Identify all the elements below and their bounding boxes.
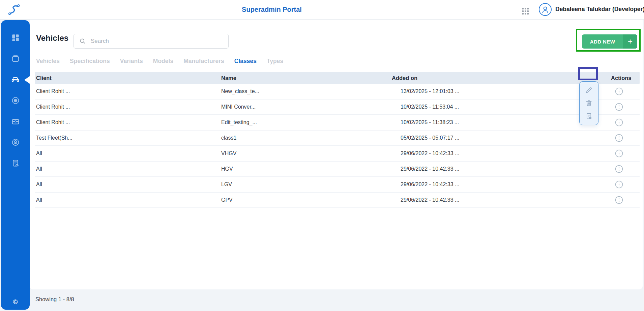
add-new-label: ADD NEW: [582, 34, 623, 49]
cell-client: Client Rohit ...: [35, 119, 220, 125]
cell-actions: [610, 87, 640, 95]
row-actions-button[interactable]: [615, 196, 623, 204]
cell-actions: [610, 118, 640, 126]
ellipsis-icon: [615, 87, 623, 95]
table-header: ClientNameAdded onActions: [35, 72, 640, 84]
ellipsis-icon: [615, 149, 623, 158]
report-eye-icon: [11, 159, 20, 168]
sidebar-item-reports[interactable]: [11, 159, 20, 168]
sidebar-item-settings[interactable]: [11, 96, 20, 105]
column-header-actions: Actions: [610, 75, 640, 81]
cell-actions: [610, 165, 640, 173]
cell-client: Client Rohit ...: [35, 88, 220, 94]
search-box: [74, 34, 229, 49]
cell-actions: [610, 134, 640, 142]
tab-classes[interactable]: Classes: [234, 58, 257, 65]
cell-name: New_class_te...: [220, 88, 390, 94]
row-actions-button[interactable]: [615, 165, 623, 173]
cell-actions: [610, 196, 640, 204]
cell-added_on: 29/06/2022 - 10:42:33 ...: [390, 181, 610, 188]
table-row: Client Rohit ...Edit_testing_...10/02/20…: [35, 115, 640, 131]
ellipsis-icon: [615, 180, 623, 189]
table-row: AllVHGV29/06/2022 - 10:42:33 ...: [35, 146, 640, 162]
tab-variants[interactable]: Variants: [120, 58, 143, 65]
pagination-summary: Showing 1 - 8/8: [35, 296, 74, 303]
cell-client: All: [35, 197, 220, 203]
cell-added_on: 10/02/2025 - 11:53:04 ...: [390, 104, 610, 110]
tab-models[interactable]: Models: [153, 58, 173, 65]
cell-added_on: 29/06/2022 - 10:42:33 ...: [390, 166, 610, 172]
row-actions-highlight-box: [578, 67, 598, 80]
cell-name: MINI Conver...: [220, 104, 390, 110]
search-icon: [79, 38, 86, 45]
user-avatar[interactable]: [539, 3, 552, 16]
cell-actions: [610, 103, 640, 111]
page-title: Vehicles: [36, 33, 68, 43]
cell-name: LGV: [220, 181, 390, 188]
add-new-highlight-box: ADD NEW +: [576, 29, 641, 52]
cell-name: GPV: [220, 197, 390, 203]
tabs: VehiclesSpecificationsVariantsModelsManu…: [36, 58, 283, 65]
cell-name: VHGV: [220, 150, 390, 157]
cell-name: class1: [220, 135, 390, 141]
table-row: AllGPV29/06/2022 - 10:42:33 ...: [35, 193, 640, 208]
tab-vehicles[interactable]: Vehicles: [36, 58, 60, 65]
row-actions-button[interactable]: [615, 134, 623, 142]
ellipsis-icon: [615, 196, 623, 204]
dashboard-icon: [11, 33, 20, 42]
edit-icon[interactable]: [585, 86, 593, 94]
app-logo-icon[interactable]: [7, 3, 21, 16]
cog-circle-icon: [11, 96, 20, 105]
row-actions-button[interactable]: [615, 180, 623, 189]
active-nav-notch: [24, 76, 30, 84]
table-row: AllHGV29/06/2022 - 10:42:33 ...: [35, 162, 640, 177]
ellipsis-icon: [615, 103, 623, 111]
sidebar-item-dashboard[interactable]: [11, 33, 20, 42]
add-new-button[interactable]: ADD NEW +: [582, 34, 637, 49]
row-actions-button[interactable]: [615, 87, 623, 95]
search-input[interactable]: [90, 37, 228, 45]
sidebar-item-toolbox[interactable]: [11, 117, 20, 126]
toolbox-icon: [11, 117, 20, 126]
view-log-icon[interactable]: [585, 112, 593, 120]
cell-added_on: 29/06/2022 - 10:42:33 ...: [390, 197, 610, 203]
ellipsis-icon: [615, 118, 623, 126]
tab-types[interactable]: Types: [267, 58, 283, 65]
table-body: Client Rohit ...New_class_te...13/02/202…: [35, 84, 640, 208]
top-bar: Superadmin Portal Debaleena Talukdar (De…: [0, 0, 644, 20]
table-row: Client Rohit ...MINI Conver...10/02/2025…: [35, 100, 640, 115]
cell-client: All: [35, 166, 220, 172]
plus-icon: +: [623, 34, 637, 49]
cell-client: All: [35, 150, 220, 157]
column-header-client: Client: [35, 75, 220, 81]
user-name[interactable]: Debaleena Talukdar (Developer): [555, 6, 644, 13]
content-card: Vehicles ADD NEW + VehiclesSpecification…: [30, 19, 643, 289]
car-icon: [11, 75, 20, 84]
account-circle-icon: [11, 138, 20, 147]
tab-specifications[interactable]: Specifications: [70, 58, 110, 65]
row-actions-button[interactable]: [615, 149, 623, 158]
tab-manufacturers[interactable]: Manufacturers: [183, 58, 224, 65]
row-actions-button[interactable]: [615, 103, 623, 111]
cell-added_on: 13/02/2025 - 12:01:03 ...: [390, 88, 610, 94]
sidebar-item-accounts[interactable]: [11, 138, 20, 147]
copyright-icon: ©: [1, 298, 30, 306]
column-header-name: Name: [220, 75, 390, 81]
row-actions-popup: [579, 81, 598, 125]
row-actions-button[interactable]: [615, 118, 623, 126]
delete-icon[interactable]: [585, 99, 593, 107]
classes-table: ClientNameAdded onActions Client Rohit .…: [35, 72, 640, 208]
sidebar-item-cards[interactable]: [11, 54, 20, 63]
cell-name: HGV: [220, 166, 390, 172]
cell-client: All: [35, 181, 220, 188]
cell-client: Test Fleet(Sh...: [35, 135, 220, 141]
person-icon: [541, 5, 550, 14]
apps-grid-icon[interactable]: [522, 8, 529, 15]
cell-actions: [610, 149, 640, 158]
card-icon: [11, 54, 20, 63]
cell-client: Client Rohit ...: [35, 104, 220, 110]
cell-name: Edit_testing_...: [220, 119, 390, 125]
cell-added_on: 10/02/2025 - 11:38:23 ...: [390, 119, 610, 125]
column-header-added-on: Added on: [390, 75, 610, 81]
sidebar-item-vehicles[interactable]: [11, 75, 20, 84]
